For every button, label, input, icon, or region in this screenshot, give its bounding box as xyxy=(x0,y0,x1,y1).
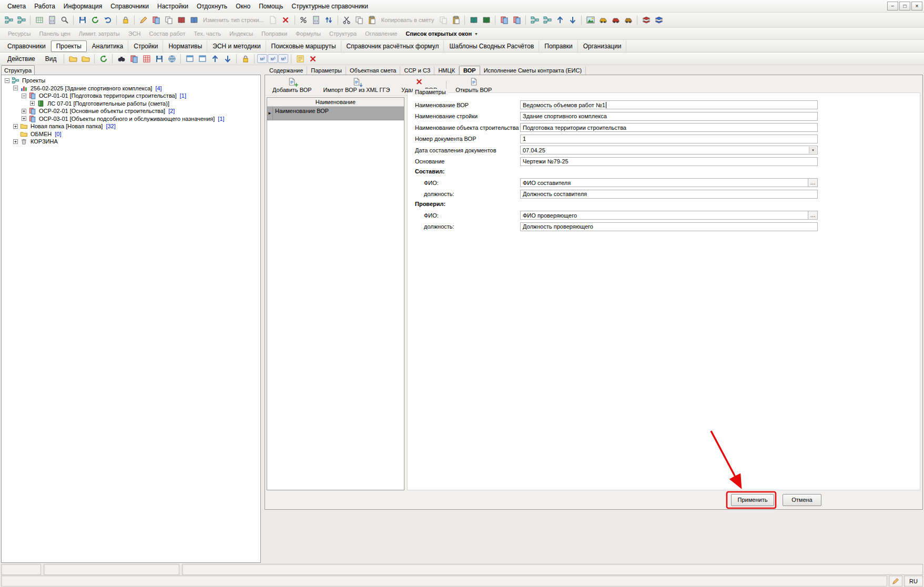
construction-name-input[interactable]: Здание спортивного комплекса xyxy=(520,112,818,121)
close-document-icon[interactable] xyxy=(280,14,292,26)
note-icon[interactable] xyxy=(294,53,306,65)
open-windows-dropdown[interactable]: Список открытых окон ▼ xyxy=(402,29,482,38)
calculator-icon[interactable] xyxy=(310,14,322,26)
maximize-button[interactable]: □ xyxy=(899,2,910,11)
export-table-icon[interactable] xyxy=(33,14,45,26)
tree-item-projects[interactable]: − Проекты xyxy=(3,77,259,85)
tab-organizacii[interactable]: Организации xyxy=(578,40,627,52)
composer-fio-input[interactable]: ФИО составителя xyxy=(520,178,808,187)
move-up-icon[interactable] xyxy=(209,53,221,65)
menu-strukturnye-spravochniki[interactable]: Структурные справочники xyxy=(287,1,372,12)
tab-soderzhanie[interactable]: Содержание xyxy=(266,66,307,75)
checker-fio-browse-button[interactable]: … xyxy=(808,211,818,220)
tab-proekty[interactable]: Проекты xyxy=(51,40,87,52)
folder-nav-icon[interactable] xyxy=(67,53,79,65)
menu-rabota[interactable]: Работа xyxy=(30,1,59,12)
cut-icon[interactable] xyxy=(341,14,353,26)
tree-expander[interactable]: − xyxy=(22,94,26,98)
unit-m3b-icon[interactable]: м³ xyxy=(278,54,288,63)
tree-expander[interactable]: + xyxy=(30,101,35,106)
refresh-icon[interactable] xyxy=(89,14,101,26)
save-report-icon[interactable] xyxy=(153,53,165,65)
add-row-icon[interactable] xyxy=(150,14,162,26)
materials-stack-icon[interactable] xyxy=(640,14,652,26)
transport-yellow-icon[interactable] xyxy=(597,14,609,26)
composer-position-input[interactable]: Должность составителя xyxy=(520,190,818,199)
tree-expander[interactable]: + xyxy=(22,116,26,121)
picture-icon[interactable] xyxy=(584,14,596,26)
new-window-icon[interactable] xyxy=(184,53,196,65)
menu-okno[interactable]: Окно xyxy=(231,1,255,12)
tree-expander[interactable]: + xyxy=(22,109,26,114)
unit-m3-icon[interactable]: м³ xyxy=(268,54,278,63)
doc-merge-icon[interactable] xyxy=(511,14,523,26)
book-blue-icon[interactable] xyxy=(188,14,200,26)
menu-otdohnut[interactable]: Отдохнуть xyxy=(192,1,231,12)
unit-m2-icon[interactable]: м² xyxy=(257,54,267,63)
menu-spravochniki[interactable]: Справочники xyxy=(106,1,153,12)
view-menu[interactable]: Вид xyxy=(40,53,62,65)
save-icon[interactable] xyxy=(76,14,88,26)
protected-doc-icon[interactable] xyxy=(119,14,131,26)
tab-stroyki[interactable]: Стройки xyxy=(128,40,163,52)
tab-esn-i-metodiki[interactable]: ЭСН и методики xyxy=(207,40,266,52)
delete-red-icon[interactable] xyxy=(307,53,319,65)
lock-icon[interactable] xyxy=(239,53,251,65)
tab-shablony-svodnyh-raschetov[interactable]: Шаблоны Сводных Расчётов xyxy=(444,40,539,52)
sort-updown-icon[interactable] xyxy=(323,14,335,26)
tab-vor[interactable]: ВОР xyxy=(459,66,480,75)
tab-parametry[interactable]: Параметры xyxy=(307,66,346,75)
menu-pomosch[interactable]: Помощь xyxy=(255,1,287,12)
tab-nmck[interactable]: НМЦК xyxy=(434,66,459,75)
tab-obektnaya-smeta[interactable]: Объектная смета xyxy=(346,66,401,75)
coefficients-icon[interactable] xyxy=(298,14,310,26)
tab-normativy[interactable]: Нормативы xyxy=(163,40,207,52)
checker-position-input[interactable]: Должность проверяющего xyxy=(520,222,818,231)
project-tree[interactable]: − Проекты − 256-02-2025 [Здание спортивн… xyxy=(1,75,261,563)
edit-row-icon[interactable] xyxy=(137,14,149,26)
doc-compare-icon[interactable] xyxy=(498,14,510,26)
copy-icon[interactable] xyxy=(353,14,365,26)
hierarchy-left-icon[interactable] xyxy=(529,14,541,26)
doc-date-input[interactable]: 07.04.25▼ xyxy=(520,146,818,155)
doc-pair-icon[interactable] xyxy=(128,53,140,65)
apply-button[interactable]: Применить xyxy=(731,494,774,506)
vor-list-selected-row[interactable]: ► Наименование ВОР xyxy=(267,107,404,120)
tree-item-256-02-2025[interactable]: − 256-02-2025 [Здание спортивного компле… xyxy=(3,85,259,92)
import-vor-button[interactable]: Импорт ВОР из XML ГГЭ xyxy=(319,76,395,95)
keyboard-layout-indicator[interactable]: RU xyxy=(904,575,923,586)
book-red-icon[interactable] xyxy=(175,14,187,26)
tree-item-obmen[interactable]: ОБМЕН [0] xyxy=(3,130,259,138)
checker-fio-input[interactable]: ФИО проверяющего xyxy=(520,211,808,220)
search-icon[interactable] xyxy=(58,14,70,26)
folder-up-icon[interactable] xyxy=(79,53,92,65)
menu-nastroyki[interactable]: Настройки xyxy=(153,1,192,12)
tree-item-novaya-papka[interactable]: + Новая папка [Новая папка] [32] xyxy=(3,122,259,130)
tab-popravki[interactable]: Поправки xyxy=(539,40,577,52)
tree-item-osr-01-01[interactable]: − ОСР-01-01 [Подготовка территории строи… xyxy=(3,92,259,100)
copy-row-icon[interactable] xyxy=(163,14,175,26)
tree-expander[interactable]: + xyxy=(13,139,18,144)
find-doc-icon[interactable] xyxy=(115,53,127,65)
vor-name-input[interactable]: Ведомость объемов работ №1 xyxy=(520,100,818,109)
tab-struktura[interactable]: Структура xyxy=(1,65,35,75)
structure-add-icon[interactable] xyxy=(3,14,15,26)
tree-item-osr-02-01[interactable]: + ОСР-02-01 [Основные объекты строительс… xyxy=(3,107,259,115)
paste-icon[interactable] xyxy=(366,14,378,26)
tab-spravochniki[interactable]: Справочники xyxy=(2,40,51,52)
object-name-input[interactable]: Подготовка территории строительства xyxy=(520,123,818,132)
price-list-icon[interactable] xyxy=(46,14,58,26)
basis-input[interactable]: Чертежи №79-25 xyxy=(520,157,818,166)
tree-expander[interactable]: − xyxy=(5,78,9,83)
structure-copy-icon[interactable] xyxy=(15,14,27,26)
refresh-tree-icon[interactable] xyxy=(97,53,109,65)
hierarchy-right-icon[interactable] xyxy=(541,14,553,26)
esn-book-icon[interactable] xyxy=(468,14,480,26)
transport-icon[interactable] xyxy=(622,14,634,26)
tree-item-korzina[interactable]: + КОРЗИНА xyxy=(3,138,259,146)
transport-red-icon[interactable] xyxy=(610,14,622,26)
tree-expander[interactable]: − xyxy=(13,86,18,90)
hierarchy-down-icon[interactable] xyxy=(566,14,578,26)
tab-ssr-i-sz[interactable]: ССР и СЗ xyxy=(400,66,434,75)
hierarchy-up-icon[interactable] xyxy=(554,14,566,26)
